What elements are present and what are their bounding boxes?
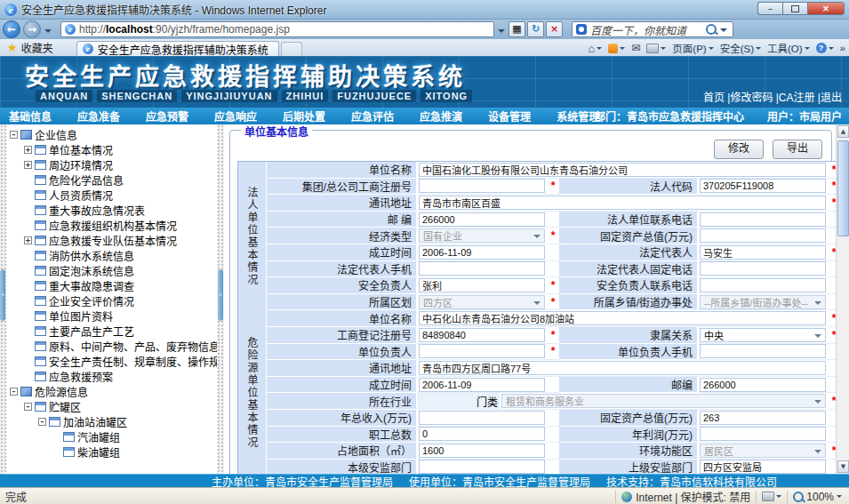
banner-link-ca-register[interactable]: CA注册 (779, 92, 815, 104)
feeds-button[interactable] (608, 44, 625, 53)
form-input[interactable] (700, 278, 826, 292)
form-input[interactable] (700, 344, 826, 358)
recent-pages-caret-icon[interactable] (44, 29, 52, 36)
tree-item[interactable]: 安全生产责任制、规章制度、操作规程信息 (6, 354, 217, 369)
form-input[interactable] (700, 228, 826, 243)
form-input[interactable] (419, 196, 826, 210)
help-button[interactable]: ? (816, 43, 834, 53)
banner-link-change-password[interactable]: 修改密码 (730, 92, 773, 104)
form-select[interactable]: 租赁和商务服务业 (501, 394, 826, 408)
tools-menu-button[interactable]: 工具(O) (767, 41, 810, 55)
sidebar-splitter[interactable]: ‹ (217, 124, 224, 474)
form-select[interactable]: --所属乡镇/街道办事处-- (700, 295, 826, 309)
read-mail-button[interactable]: ✉ (631, 42, 640, 54)
more-commands-button[interactable]: » (840, 43, 845, 53)
page-menu-button[interactable]: 页面(P) (672, 41, 713, 55)
tree-item[interactable]: +周边环境情况 (6, 157, 217, 172)
minimize-button[interactable]: – (757, 2, 782, 15)
sidebar-collapse-handle-icon[interactable]: ‹ (218, 269, 223, 321)
left-splitter[interactable]: › (0, 124, 6, 474)
form-input[interactable] (700, 427, 826, 441)
tree-item[interactable]: 重大事故应急情况表 (6, 203, 217, 218)
url-field[interactable]: e http://localhost:90/yjzh/frame/homepag… (60, 21, 494, 37)
scrollbar-thumb[interactable] (837, 140, 849, 236)
form-select[interactable]: 四方区 (419, 295, 545, 309)
tree-item[interactable]: 人员资质情况 (6, 188, 217, 203)
tree-item[interactable]: 柴油罐组 (6, 444, 217, 460)
menu-item[interactable]: 应急响应 (214, 108, 257, 124)
tree-expander-plus-icon[interactable]: + (24, 161, 32, 169)
menu-item[interactable]: 应急准备 (77, 108, 120, 124)
form-input[interactable] (419, 179, 545, 193)
menu-item[interactable]: 系统管理 (557, 108, 599, 124)
scroll-down-arrow-icon[interactable]: ▼ (837, 460, 849, 473)
tree-item[interactable]: +应急救援专业队伍基本情况 (6, 233, 217, 248)
banner-link-logout[interactable]: 退出 (821, 92, 842, 104)
tree-item[interactable]: 重大事故隐患调查 (6, 278, 217, 293)
form-input[interactable] (700, 261, 826, 276)
tree-item[interactable]: -企业信息 (6, 127, 217, 142)
tree-item[interactable]: 原料、中间产物、产品、废弃物信息 (6, 339, 217, 354)
form-select[interactable]: 国有企业 (419, 228, 545, 243)
menu-item[interactable]: 设备管理 (488, 108, 531, 124)
form-input[interactable] (700, 411, 826, 425)
menu-item[interactable]: 基础信息 (9, 108, 52, 124)
tree-item[interactable]: 应急救援组织机构基本情况 (6, 218, 217, 233)
form-input[interactable] (419, 261, 545, 276)
tree-item[interactable]: 固定泡沫系统信息 (6, 263, 217, 278)
tree-expander-minus-icon[interactable]: - (10, 131, 18, 139)
tree-item[interactable]: 汽油罐组 (6, 429, 217, 444)
tree-item[interactable]: 应急救援预案 (6, 369, 217, 384)
refresh-button[interactable]: ↻ (527, 21, 544, 37)
tree-item[interactable]: -危险源信息 (6, 384, 217, 399)
menu-item[interactable]: 应急预警 (146, 108, 188, 124)
tree-item[interactable]: +单位基本情况 (6, 142, 217, 157)
tree-item[interactable]: -贮罐区 (6, 399, 217, 414)
tree-item[interactable]: 危险化学品信息 (6, 172, 217, 188)
tree-expander-plus-icon[interactable]: + (24, 236, 32, 244)
export-button[interactable]: 导出 (773, 140, 822, 159)
favorites-button[interactable]: ★ 收藏夹 (0, 39, 60, 56)
tree-item[interactable]: 单位图片资料 (6, 308, 217, 324)
form-input[interactable] (419, 212, 545, 227)
zoom-control[interactable]: 100% (793, 491, 849, 503)
menu-item[interactable]: 应急推演 (420, 108, 462, 124)
form-select[interactable]: 居民区 (700, 444, 826, 458)
search-input[interactable]: 百度一下，你就知道 (590, 22, 706, 37)
form-input[interactable] (700, 460, 826, 474)
left-collapse-handle-icon[interactable]: › (0, 269, 5, 321)
tree-expander-minus-icon[interactable]: - (24, 403, 32, 411)
maximize-button[interactable] (782, 2, 807, 15)
tree-expander-minus-icon[interactable]: - (10, 388, 18, 396)
form-select[interactable]: 中央 (700, 328, 826, 342)
tree-item[interactable]: -加油站油罐区 (6, 414, 217, 429)
content-scrollbar[interactable]: ▲ ▼ (836, 124, 849, 474)
new-tab-button[interactable] (281, 42, 302, 56)
form-input[interactable] (419, 163, 826, 177)
form-input[interactable] (419, 460, 545, 474)
tree-item[interactable]: 企业安全评价情况 (6, 293, 217, 308)
search-box[interactable]: 百度一下，你就知道 (572, 21, 733, 37)
tree-item[interactable]: 主要产品生产工艺 (6, 324, 217, 339)
form-input[interactable] (419, 411, 545, 425)
compatibility-settings-button[interactable] (762, 492, 781, 501)
search-options-caret-icon[interactable] (720, 28, 727, 36)
form-input[interactable] (419, 361, 826, 375)
browser-tab[interactable]: e 安全生产应急救援指挥辅助决策系统 (76, 41, 279, 56)
form-input[interactable] (419, 278, 545, 292)
banner-link-home[interactable]: 首页 (703, 92, 725, 104)
close-button[interactable]: × (807, 2, 845, 15)
stop-button[interactable]: × (546, 21, 563, 37)
home-button[interactable]: ⌂ (588, 42, 602, 55)
tree-expander-plus-icon[interactable]: + (24, 146, 32, 154)
compatibility-view-button[interactable]: ▦ (509, 21, 525, 37)
form-input[interactable] (419, 344, 545, 358)
form-input[interactable] (419, 444, 545, 458)
menu-item[interactable]: 后期处置 (283, 108, 325, 124)
form-input[interactable] (419, 378, 545, 392)
form-input[interactable] (700, 245, 826, 260)
modify-button[interactable]: 修改 (714, 140, 764, 159)
back-button[interactable]: ← (3, 20, 20, 38)
url-dropdown-caret-icon[interactable] (498, 29, 505, 36)
form-input[interactable] (700, 179, 826, 193)
